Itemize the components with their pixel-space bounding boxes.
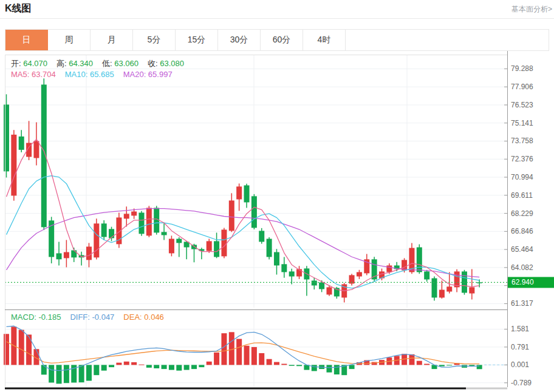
macd-bar: [169, 365, 174, 370]
macd-bar: [296, 365, 302, 366]
macd-bar: [131, 362, 137, 365]
candle-body: [469, 287, 474, 293]
macd-bar: [116, 363, 121, 365]
axis-tick-label: 76.523: [511, 101, 533, 109]
candle-body: [146, 208, 152, 235]
macd-bar: [184, 365, 190, 370]
candle-body: [251, 196, 257, 228]
macd-bar: [26, 334, 32, 365]
macd-bar: [64, 365, 69, 383]
candle-body: [131, 212, 137, 216]
macd-bar: [19, 330, 24, 365]
current-price-badge-label: 62.940: [511, 278, 534, 286]
macd-bar: [259, 353, 264, 365]
diff-line: [7, 326, 480, 370]
candle-body: [138, 212, 144, 234]
axis-tick-label: 65.464: [511, 245, 533, 254]
candle-body: [432, 279, 437, 298]
candle-body: [357, 272, 362, 276]
candle-body: [176, 239, 182, 243]
macd-bar: [446, 365, 452, 365]
candle-body: [71, 250, 77, 257]
candle-body: [446, 286, 452, 291]
macd-bar: [477, 365, 482, 369]
candle-body: [281, 264, 287, 272]
dea-line: [7, 342, 480, 364]
macd-bar: [101, 365, 107, 370]
macd-bar: [349, 365, 355, 369]
axis-tick-label: 77.906: [511, 83, 533, 91]
macd-bar: [86, 365, 92, 380]
axis-tick-label: 79.288: [511, 64, 533, 73]
candle-body: [244, 185, 250, 202]
candle-body: [214, 241, 219, 257]
candle-body: [259, 231, 264, 242]
macd-bar: [199, 365, 204, 367]
macd-bar: [4, 334, 9, 365]
kline-chart-canvas: 79.28877.90676.52375.14173.75872.37670.9…: [0, 0, 554, 392]
macd-bar: [221, 333, 227, 365]
candle-body: [439, 290, 445, 298]
candle-body: [236, 186, 242, 199]
candle-body: [229, 200, 234, 231]
candle-body: [207, 241, 212, 251]
candle-body: [267, 239, 272, 257]
candle-body: [49, 220, 54, 257]
candle-body: [33, 141, 39, 158]
macd-bar: [191, 365, 197, 369]
macd-bar: [138, 365, 144, 365]
macd-bar: [124, 362, 129, 365]
macd-bar: [146, 365, 152, 367]
macd-bar: [207, 362, 212, 365]
axis-tick-label: 68.229: [511, 209, 533, 218]
macd-bar: [49, 365, 54, 382]
axis-tick-label: 73.758: [511, 137, 533, 145]
candle-body: [19, 137, 24, 150]
macd-bar: [109, 365, 114, 367]
macd-bar: [244, 346, 250, 365]
candle-body: [162, 232, 167, 235]
axis-tick-label: 70.994: [511, 173, 533, 181]
candle-body: [319, 282, 324, 289]
axis-tick-label: 1.581: [511, 325, 529, 333]
axis-tick-label: 61.317: [511, 299, 533, 308]
macd-bar: [274, 362, 279, 365]
macd-bar: [162, 365, 167, 369]
macd-bar: [326, 365, 332, 372]
candle-body: [4, 104, 9, 171]
macd-bar: [251, 347, 257, 365]
axis-tick-label: 64.082: [511, 263, 533, 272]
candle-body: [289, 271, 295, 276]
macd-bar: [236, 339, 242, 365]
candle-body: [124, 214, 129, 218]
candle-body: [326, 287, 332, 294]
macd-bar: [56, 365, 62, 384]
axis-tick-label: 75.141: [511, 119, 533, 127]
axis-tick-label: 69.611: [511, 191, 533, 200]
axis-tick-label: 72.376: [511, 155, 533, 163]
axis-tick-label: 0.001: [511, 360, 529, 369]
ma5-line: [7, 139, 480, 291]
macd-bar: [439, 365, 445, 366]
macd-bar: [424, 364, 429, 365]
candle-body: [101, 223, 107, 237]
macd-bar: [267, 359, 272, 365]
macd-bar: [417, 361, 422, 365]
macd-bar: [334, 365, 340, 374]
axis-tick-label: 0.791: [511, 343, 529, 351]
candle-body: [11, 135, 16, 196]
candle-body: [221, 229, 227, 256]
macd-bar: [289, 365, 295, 365]
candle-body: [274, 252, 279, 265]
candle-body: [312, 280, 317, 285]
axis-tick-label: 66.846: [511, 227, 533, 235]
candle-body: [417, 248, 422, 272]
candle-body: [56, 253, 62, 259]
macd-bar: [79, 365, 84, 382]
macd-bar: [214, 353, 219, 365]
macd-bar: [312, 365, 317, 371]
candle-body: [424, 271, 429, 279]
macd-bar: [229, 332, 234, 365]
candle-body: [94, 223, 99, 257]
macd-bar: [281, 364, 287, 365]
